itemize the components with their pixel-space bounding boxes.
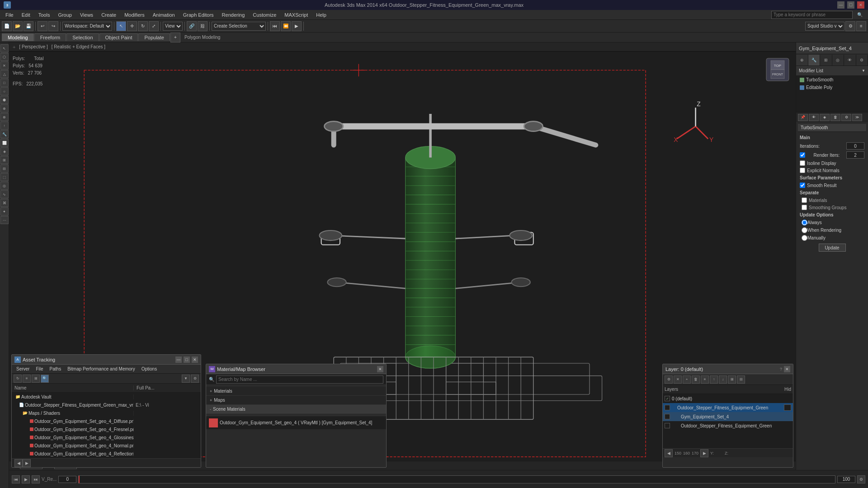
menu-help[interactable]: Help — [312, 11, 330, 19]
select-btn[interactable]: ↖ — [116, 21, 126, 31]
workspace-select[interactable]: Workspace: Default — [62, 22, 112, 31]
more-btn[interactable]: ≫ — [852, 114, 862, 121]
layer-row-gym[interactable]: Gym_Equipment_Set_4 — [663, 412, 793, 421]
menu-group[interactable]: Group — [54, 11, 75, 19]
at-menu-file[interactable]: File — [33, 366, 46, 372]
manually-radio[interactable] — [802, 235, 807, 241]
sidebar-icon-15[interactable]: ⊟ — [0, 164, 9, 173]
mb-close-btn[interactable]: ✕ — [377, 366, 383, 372]
save-btn[interactable]: 💾 — [24, 21, 33, 31]
minimize-button[interactable]: — — [837, 1, 844, 9]
modifier-turbsmooth[interactable]: TurboSmooth — [796, 76, 868, 84]
at-row-max-file[interactable]: 📄 Outdoor_Stepper_Fitness_Equipment_Gree… — [12, 401, 201, 409]
tab-populate[interactable]: Populate — [138, 33, 170, 41]
menu-file[interactable]: File — [2, 11, 17, 19]
make-unique-btn[interactable]: ◈ — [820, 114, 830, 121]
menu-maxscript[interactable]: MAXScript — [281, 11, 311, 19]
extra-btn2[interactable]: ≡ — [856, 21, 866, 31]
redo-btn[interactable]: ↪ — [48, 21, 58, 31]
sidebar-icon-3[interactable]: ✕ — [0, 61, 9, 70]
link-btn[interactable]: 🔗 — [187, 21, 197, 31]
playback-start[interactable]: ⏮ — [270, 21, 280, 31]
sidebar-icon-21[interactable]: ⋯ — [0, 216, 9, 224]
update-button[interactable]: Update — [819, 244, 846, 252]
at-row-map-diffuse[interactable]: Outdoor_Gym_Equipment_Set_geo_4_Diffuse.… — [12, 417, 201, 425]
lp-question-btn[interactable]: ? — [780, 367, 782, 371]
menu-edit[interactable]: Edit — [18, 11, 34, 19]
playback-play[interactable]: ▶ — [292, 21, 302, 31]
lp-settings-btn[interactable]: ⚙ — [665, 375, 673, 384]
sidebar-icon-7[interactable]: ⬢ — [0, 96, 9, 104]
at-list-btn[interactable]: ≡ — [23, 375, 31, 383]
menu-modifiers[interactable]: Modifiers — [121, 11, 148, 19]
menu-rendering[interactable]: Rendering — [218, 11, 249, 19]
menu-graph-editors[interactable]: Graph Editors — [179, 11, 217, 19]
frame-end-input[interactable] — [837, 476, 855, 483]
materials-checkbox[interactable] — [802, 197, 807, 203]
move-btn[interactable]: ✛ — [127, 21, 137, 31]
lp-collapse-btn[interactable]: ⊟ — [737, 375, 745, 384]
undo-btn[interactable]: ↩ — [38, 21, 47, 31]
utilities-tab[interactable]: ⚙ — [856, 55, 868, 66]
search-input[interactable] — [771, 11, 853, 19]
lp-down-btn[interactable]: ↓ — [719, 375, 727, 384]
sidebar-icon-10[interactable]: ↑ — [0, 122, 9, 130]
explicit-normals-checkbox[interactable] — [800, 168, 805, 173]
modifier-list-header[interactable]: Modifier List ▼ — [796, 66, 868, 76]
at-menu-server[interactable]: Server — [14, 366, 32, 372]
hierarchy-tab[interactable]: ⊞ — [820, 55, 832, 66]
lp-add-btn[interactable]: + — [683, 375, 691, 384]
layer-stepper-vis-box[interactable] — [784, 404, 791, 411]
isoline-checkbox[interactable] — [800, 160, 805, 166]
configure-modifier-btn[interactable]: ⚙ — [841, 114, 851, 121]
layer-stepper-check[interactable] — [665, 405, 670, 410]
layer-row-default[interactable]: ✓ 0 (default) — [663, 394, 793, 403]
layer-row-stepper[interactable]: Outdoor_Stepper_Fitness_Equipment_Green — [663, 403, 793, 412]
at-close-btn[interactable]: ✕ — [192, 357, 198, 363]
create-selection-select[interactable]: Create Selection — [212, 22, 266, 31]
sidebar-icon-14[interactable]: ⊞ — [0, 156, 9, 164]
mb-section-materials[interactable]: + Materials — [206, 387, 386, 396]
lp-close-layer-btn[interactable]: ✕ — [674, 375, 682, 384]
sidebar-icon-13[interactable]: ◈ — [0, 147, 9, 155]
view-select[interactable]: View — [163, 22, 183, 31]
close-button[interactable]: ✕ — [857, 1, 864, 9]
asset-tracking-titlebar[interactable]: A Asset Tracking — □ ✕ — [12, 355, 201, 365]
when-rendering-radio[interactable] — [802, 227, 807, 233]
sidebar-icon-12[interactable]: ⬜ — [0, 139, 9, 147]
lp-expand-btn[interactable]: ⊞ — [728, 375, 736, 384]
layer-stepper2-check[interactable] — [665, 423, 670, 428]
at-minimize-btn[interactable]: — — [175, 357, 182, 363]
extra-btn1[interactable]: ⚙ — [845, 21, 855, 31]
at-menu-options[interactable]: Options — [139, 366, 160, 372]
lp-prev-btn[interactable]: ◀ — [665, 449, 673, 457]
sidebar-icon-4[interactable]: △ — [0, 70, 9, 78]
layer-gym-check[interactable] — [665, 414, 670, 419]
timeline-track[interactable] — [78, 475, 835, 483]
lp-close-btn[interactable]: ✕ — [784, 366, 790, 372]
layer-default-check[interactable]: ✓ — [665, 396, 670, 401]
sidebar-icon-9[interactable]: ⊗ — [0, 113, 9, 121]
menu-customize[interactable]: Customize — [249, 11, 280, 19]
sidebar-icon-2[interactable]: ⬡ — [0, 53, 9, 61]
menu-views[interactable]: Views — [76, 11, 97, 19]
lp-delete-btn[interactable]: 🗑 — [692, 375, 700, 384]
iterations-input[interactable] — [846, 142, 864, 150]
at-detail-btn[interactable]: 🔍 — [41, 375, 49, 383]
prev-frame-btn[interactable]: ⏮ — [12, 475, 20, 483]
mb-section-maps[interactable]: + Maps — [206, 396, 386, 405]
sidebar-icon-8[interactable]: ⊕ — [0, 104, 9, 113]
modifier-editable-poly[interactable]: Editable Poly — [796, 84, 868, 91]
at-maximize-btn[interactable]: □ — [184, 357, 190, 363]
at-row-map-normal[interactable]: Outdoor_Gym_Equipment_Set_geo_4_Normal.p… — [12, 441, 201, 450]
lp-funnel-btn[interactable]: ≡ — [701, 375, 709, 384]
modify-tab[interactable]: 🔧 — [808, 55, 821, 66]
at-row-map-glossines[interactable]: Outdoor_Gym_Equipment_Set_geo_4_Glossine… — [12, 433, 201, 441]
search-icon[interactable]: 🔍 — [854, 11, 866, 18]
sidebar-icon-16[interactable]: ⬚ — [0, 173, 9, 181]
mb-search-input[interactable] — [216, 375, 383, 384]
at-row-maps-folder[interactable]: 📂 Maps / Shaders — [12, 409, 201, 417]
scale-btn[interactable]: ⤢ — [149, 21, 159, 31]
at-refresh-btn[interactable]: ↻ — [14, 375, 22, 383]
mat-browser-titlebar[interactable]: M Material/Map Browser ✕ — [206, 364, 386, 374]
